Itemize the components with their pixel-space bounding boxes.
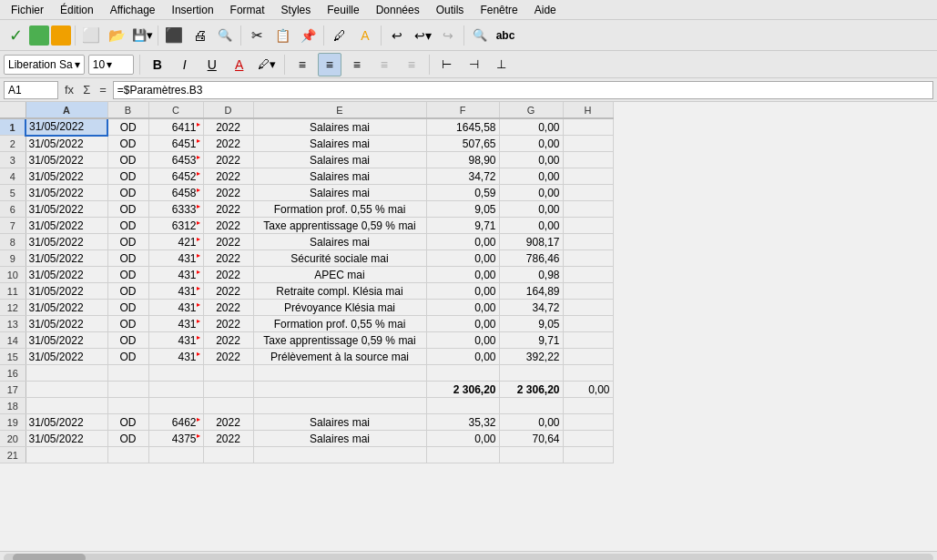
cell-f6[interactable]: 9,05: [426, 201, 499, 218]
menu-item-insertion[interactable]: Insertion: [165, 2, 221, 18]
cell-b15[interactable]: OD: [107, 349, 148, 365]
cell-a6[interactable]: 31/05/2022: [25, 201, 107, 218]
cell-b2[interactable]: OD: [107, 136, 148, 152]
horizontal-scrollbar[interactable]: [0, 551, 937, 560]
cell-h6[interactable]: [563, 201, 613, 218]
menu-item-outils[interactable]: Outils: [429, 2, 472, 18]
row-number-7[interactable]: 7: [0, 218, 25, 234]
cell-f11[interactable]: 0,00: [426, 283, 499, 300]
cell-a12[interactable]: 31/05/2022: [25, 300, 107, 316]
cell-a18[interactable]: [25, 398, 107, 414]
cell-e19[interactable]: Salaires mai: [253, 414, 426, 431]
cell-e14[interactable]: Taxe apprentissage 0,59 % mai: [253, 332, 426, 349]
cell-a13[interactable]: 31/05/2022: [25, 316, 107, 332]
sigma-button[interactable]: Σ: [80, 83, 93, 97]
cell-e4[interactable]: Salaires mai: [253, 168, 426, 185]
cell-b9[interactable]: OD: [107, 250, 148, 267]
cell-c15[interactable]: 431▸: [148, 349, 203, 365]
cell-c18[interactable]: [148, 398, 203, 414]
cell-h10[interactable]: [563, 267, 613, 283]
row-number-15[interactable]: 15: [0, 349, 25, 365]
cell-b13[interactable]: OD: [107, 316, 148, 332]
cell-b1[interactable]: OD: [107, 118, 148, 136]
cell-a19[interactable]: 31/05/2022: [25, 414, 107, 431]
cell-g13[interactable]: 9,05: [499, 316, 563, 332]
cell-a8[interactable]: 31/05/2022: [25, 234, 107, 250]
cell-d15[interactable]: 2022: [203, 349, 253, 365]
menu-item-edition[interactable]: Édition: [53, 2, 101, 18]
cell-a2[interactable]: 31/05/2022: [25, 136, 107, 152]
cell-f2[interactable]: 507,65: [426, 136, 499, 152]
cell-d20[interactable]: 2022: [203, 431, 253, 447]
cell-c9[interactable]: 431▸: [148, 250, 203, 267]
copy-icon[interactable]: 📋: [270, 24, 294, 47]
menu-item-aide[interactable]: Aide: [527, 2, 564, 18]
cell-g20[interactable]: 70,64: [499, 431, 563, 447]
align-right-button[interactable]: ≡: [345, 53, 369, 76]
col-header-g[interactable]: G: [499, 102, 563, 118]
menu-item-format[interactable]: Format: [223, 2, 272, 18]
row-number-9[interactable]: 9: [0, 250, 25, 267]
menu-item-fenêtre[interactable]: Fenêtre: [473, 2, 525, 18]
cell-a1[interactable]: 31/05/2022: [25, 118, 107, 136]
bottom-line-btn[interactable]: ⊥: [490, 53, 514, 76]
row-number-17[interactable]: 17: [0, 382, 25, 398]
cell-b18[interactable]: [107, 398, 148, 414]
cell-b14[interactable]: OD: [107, 332, 148, 349]
save-with-arrow[interactable]: 💾▾: [130, 24, 154, 47]
cell-a9[interactable]: 31/05/2022: [25, 250, 107, 267]
cell-d11[interactable]: 2022: [203, 283, 253, 300]
cell-c1[interactable]: 6411▸: [148, 118, 203, 136]
right-line-btn[interactable]: ⊣: [463, 53, 486, 76]
cell-f12[interactable]: 0,00: [426, 300, 499, 316]
cell-d17[interactable]: [203, 382, 253, 398]
cell-g10[interactable]: 0,98: [499, 267, 563, 283]
cell-h1[interactable]: [563, 118, 613, 136]
cell-e2[interactable]: Salaires mai: [253, 136, 426, 152]
highlight-icon[interactable]: A: [353, 24, 377, 47]
cell-f8[interactable]: 0,00: [426, 234, 499, 250]
cell-h8[interactable]: [563, 234, 613, 250]
row-number-10[interactable]: 10: [0, 267, 25, 283]
orange-box-btn[interactable]: [51, 25, 71, 46]
cell-f21[interactable]: [426, 447, 499, 463]
cell-g5[interactable]: 0,00: [499, 185, 563, 201]
formula-input[interactable]: =$Paramètres.B3: [113, 81, 933, 99]
cell-b17[interactable]: [107, 382, 148, 398]
cell-h20[interactable]: [563, 431, 613, 447]
cell-d1[interactable]: 2022: [203, 118, 253, 136]
cell-d8[interactable]: 2022: [203, 234, 253, 250]
cell-d6[interactable]: 2022: [203, 201, 253, 218]
cell-b8[interactable]: OD: [107, 234, 148, 250]
cell-a5[interactable]: 31/05/2022: [25, 185, 107, 201]
cell-e17[interactable]: [253, 382, 426, 398]
cell-g11[interactable]: 164,89: [499, 283, 563, 300]
cell-c17[interactable]: [148, 382, 203, 398]
cell-h18[interactable]: [563, 398, 613, 414]
row-number-1[interactable]: 1: [0, 118, 25, 136]
row-number-4[interactable]: 4: [0, 168, 25, 185]
cell-b4[interactable]: OD: [107, 168, 148, 185]
align-left-button[interactable]: ≡: [290, 53, 314, 76]
font-color-button[interactable]: A: [228, 53, 251, 76]
cell-d19[interactable]: 2022: [203, 414, 253, 431]
cell-e5[interactable]: Salaires mai: [253, 185, 426, 201]
underline-button[interactable]: U: [200, 53, 224, 76]
font-size-dropdown[interactable]: 10 ▾: [88, 55, 134, 75]
cell-a15[interactable]: 31/05/2022: [25, 349, 107, 365]
cell-d14[interactable]: 2022: [203, 332, 253, 349]
cell-a21[interactable]: [25, 447, 107, 463]
cell-f13[interactable]: 0,00: [426, 316, 499, 332]
cell-e9[interactable]: Sécurité sociale mai: [253, 250, 426, 267]
row-number-13[interactable]: 13: [0, 316, 25, 332]
cell-d16[interactable]: [203, 365, 253, 382]
cell-g2[interactable]: 0,00: [499, 136, 563, 152]
italic-button[interactable]: I: [173, 53, 197, 76]
cell-b20[interactable]: OD: [107, 431, 148, 447]
print-icon[interactable]: 🖨: [188, 24, 211, 47]
cell-d3[interactable]: 2022: [203, 152, 253, 168]
cell-f16[interactable]: [426, 365, 499, 382]
cell-f14[interactable]: 0,00: [426, 332, 499, 349]
cell-b19[interactable]: OD: [107, 414, 148, 431]
cell-h13[interactable]: [563, 316, 613, 332]
